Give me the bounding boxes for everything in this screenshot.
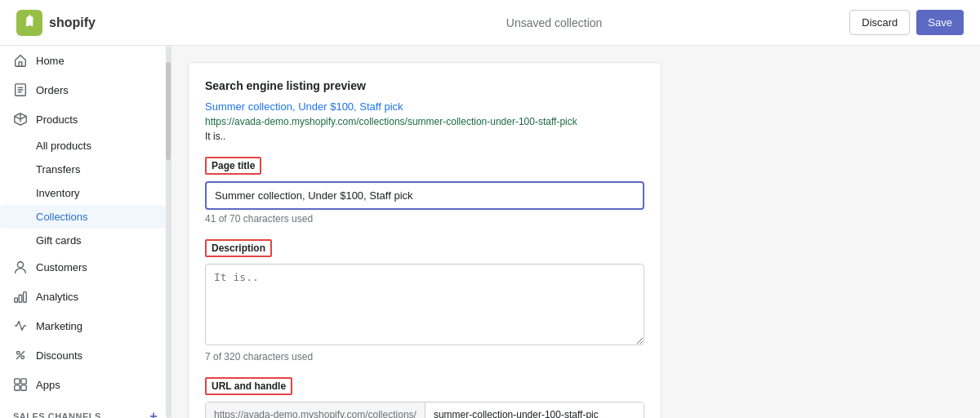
sidebar-sub-inventory-label: Inventory [36, 187, 79, 199]
sidebar-item-marketing-label: Marketing [36, 320, 82, 332]
sidebar-item-marketing[interactable]: Marketing [0, 311, 171, 340]
description-input[interactable] [205, 264, 644, 345]
sidebar-item-orders[interactable]: Orders [0, 75, 171, 104]
topbar-actions: Discard Save [849, 10, 964, 35]
svg-rect-4 [24, 292, 27, 303]
sidebar-item-discounts[interactable]: Discounts [0, 340, 171, 370]
shopify-logo: shopify [16, 10, 96, 36]
svg-rect-3 [19, 295, 22, 302]
page-title-input[interactable] [205, 181, 644, 210]
sidebar-item-discounts-label: Discounts [36, 349, 82, 362]
sidebar-item-products-label: Products [36, 113, 78, 126]
sidebar-sub-all-products-label: All products [36, 140, 91, 152]
sidebar-item-products[interactable]: Products [0, 104, 171, 134]
sidebar-sub-transfers-label: Transfers [36, 163, 80, 176]
svg-point-6 [21, 356, 24, 359]
description-label: Description [205, 239, 272, 257]
marketing-icon [13, 318, 28, 333]
seo-card: Search engine listing preview Summer col… [188, 62, 662, 418]
topbar: shopify Unsaved collection Discard Save [0, 0, 980, 46]
shopify-logo-icon [16, 10, 42, 36]
app-body: Home Orders Products All products Transf… [0, 46, 980, 418]
sidebar-item-apps[interactable]: Apps [0, 370, 171, 399]
sidebar-sub-collections[interactable]: Collections [0, 205, 171, 229]
svg-rect-10 [21, 385, 26, 390]
discounts-icon [13, 348, 28, 362]
sidebar-item-customers-label: Customers [36, 261, 87, 273]
seo-page-title-preview: Summer collection, Under $100, Staff pic… [205, 100, 644, 113]
seo-snippet-preview: It is.. [205, 131, 644, 142]
sidebar-item-analytics[interactable]: Analytics [0, 282, 171, 311]
page-title-char-count: 41 of 70 characters used [205, 213, 644, 225]
page-title-label: Page title [205, 157, 261, 175]
svg-rect-8 [21, 379, 26, 384]
url-prefix: https://avada-demo.myshopify.com/collect… [206, 402, 425, 418]
sidebar-sub-gift-cards[interactable]: Gift cards [0, 229, 171, 252]
sidebar-sub-inventory[interactable]: Inventory [0, 181, 171, 205]
add-sales-channel-icon[interactable]: + [149, 409, 158, 418]
svg-rect-9 [15, 385, 20, 390]
url-handle-input[interactable] [425, 402, 644, 418]
sidebar-item-analytics-label: Analytics [36, 291, 78, 303]
sidebar-item-customers[interactable]: Customers [0, 252, 171, 282]
page-title: Unsaved collection [506, 16, 603, 29]
topbar-left: shopify [16, 10, 96, 36]
svg-point-5 [17, 352, 20, 355]
sidebar-sub-collections-label: Collections [36, 211, 88, 223]
analytics-icon [13, 289, 28, 304]
seo-url-preview: https://avada-demo.myshopify.com/collect… [205, 116, 644, 127]
products-icon [13, 112, 28, 127]
sidebar-item-apps-label: Apps [36, 379, 60, 391]
sales-channels-label: SALES CHANNELS [13, 411, 101, 418]
svg-rect-7 [15, 379, 20, 384]
url-handle-label: URL and handle [205, 377, 292, 395]
sidebar-item-home[interactable]: Home [0, 46, 171, 75]
orders-icon [13, 82, 28, 97]
sidebar: Home Orders Products All products Transf… [0, 46, 172, 418]
discard-button[interactable]: Discard [849, 10, 910, 35]
apps-icon [13, 377, 28, 392]
sidebar-sub-all-products[interactable]: All products [0, 134, 171, 158]
svg-point-1 [17, 262, 23, 268]
sidebar-scrollbar[interactable] [166, 46, 171, 418]
seo-section-title: Search engine listing preview [205, 79, 644, 92]
sidebar-sub-transfers[interactable]: Transfers [0, 158, 171, 181]
main-content: Search engine listing preview Summer col… [172, 46, 980, 418]
url-handle-section: URL and handle https://avada-demo.myshop… [205, 377, 644, 418]
sidebar-item-orders-label: Orders [36, 84, 69, 96]
url-handle-row: https://avada-demo.myshopify.com/collect… [205, 402, 644, 418]
save-button[interactable]: Save [916, 10, 964, 35]
sales-channels-section: SALES CHANNELS + [0, 399, 171, 418]
sidebar-sub-gift-cards-label: Gift cards [36, 234, 82, 247]
page-title-section: Page title 41 of 70 characters used [205, 157, 644, 225]
svg-rect-2 [15, 298, 18, 302]
description-char-count: 7 of 320 characters used [205, 351, 644, 362]
customers-icon [13, 260, 28, 274]
logo-text: shopify [49, 16, 96, 30]
sidebar-item-home-label: Home [36, 55, 65, 67]
home-icon [13, 53, 28, 68]
description-section: Description 7 of 320 characters used [205, 239, 644, 362]
sidebar-scrollbar-thumb [166, 62, 171, 160]
